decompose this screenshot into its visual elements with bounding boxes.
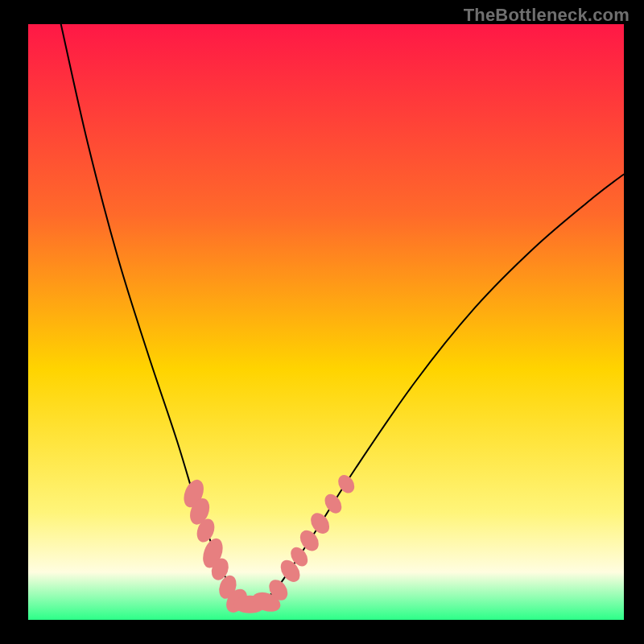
curve-markers (180, 472, 358, 616)
curve-line (61, 24, 624, 605)
svg-point-16 (335, 472, 357, 496)
watermark-label: TheBottleneck.com (464, 5, 630, 26)
chart-frame: TheBottleneck.com (0, 0, 644, 644)
chart-plot (28, 24, 624, 620)
svg-point-15 (321, 491, 345, 517)
